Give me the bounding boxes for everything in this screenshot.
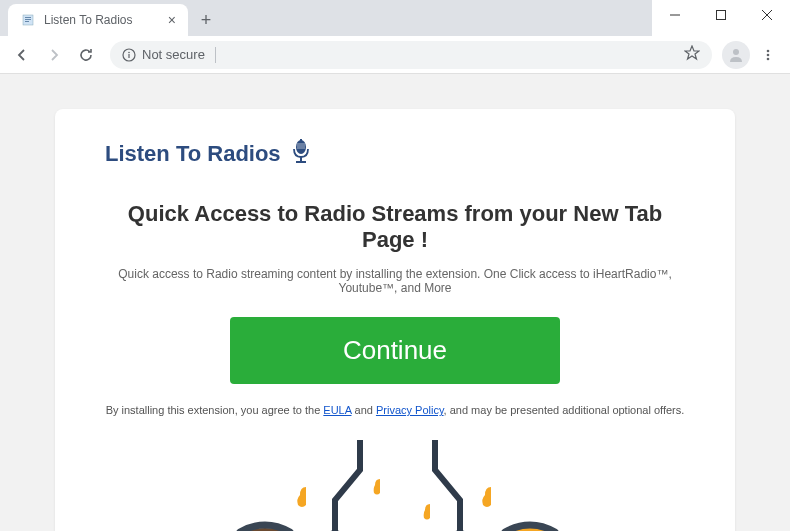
- browser-tab[interactable]: Listen To Radios ×: [8, 4, 188, 36]
- svg-rect-1: [25, 17, 31, 18]
- tab-bar: Listen To Radios × +: [0, 0, 652, 36]
- back-button[interactable]: [8, 41, 36, 69]
- illustration: [105, 440, 685, 531]
- minimize-button[interactable]: [652, 0, 698, 30]
- svg-point-13: [767, 53, 770, 56]
- logo-text: Listen To Radios: [105, 141, 281, 167]
- svg-rect-18: [296, 161, 306, 163]
- reload-button[interactable]: [72, 41, 100, 69]
- continue-button[interactable]: Continue: [230, 317, 560, 384]
- svg-rect-3: [25, 21, 29, 22]
- bookmark-star-icon[interactable]: [684, 45, 700, 64]
- site-logo: Listen To Radios: [105, 139, 685, 169]
- tab-close-icon[interactable]: ×: [168, 12, 176, 28]
- svg-rect-2: [25, 19, 31, 20]
- svg-point-14: [767, 57, 770, 60]
- eula-link[interactable]: EULA: [323, 404, 351, 416]
- close-window-button[interactable]: [744, 0, 790, 30]
- security-indicator[interactable]: Not secure: [122, 47, 205, 62]
- svg-rect-10: [128, 54, 129, 58]
- svg-rect-5: [717, 11, 726, 20]
- forward-button[interactable]: [40, 41, 68, 69]
- page-subtext: Quick access to Radio streaming content …: [105, 267, 685, 295]
- disclaimer-text: By installing this extension, you agree …: [105, 402, 685, 420]
- info-icon: [122, 48, 136, 62]
- kebab-menu-icon[interactable]: [754, 41, 782, 69]
- svg-point-11: [733, 49, 739, 55]
- svg-rect-17: [300, 157, 302, 161]
- microphone-icon: [291, 139, 311, 169]
- tab-title: Listen To Radios: [44, 13, 133, 27]
- browser-toolbar: Not secure: [0, 36, 790, 74]
- maximize-button[interactable]: [698, 0, 744, 30]
- address-divider: [215, 47, 216, 63]
- security-label: Not secure: [142, 47, 205, 62]
- new-tab-button[interactable]: +: [192, 6, 220, 34]
- privacy-policy-link[interactable]: Privacy Policy: [376, 404, 444, 416]
- profile-avatar[interactable]: [722, 41, 750, 69]
- page-headline: Quick Access to Radio Streams from your …: [105, 201, 685, 253]
- svg-point-12: [767, 49, 770, 52]
- tab-favicon: [20, 12, 36, 28]
- svg-point-9: [128, 51, 130, 53]
- address-bar[interactable]: Not secure: [110, 41, 712, 69]
- page-background: Listen To Radios Quick Access to Radio S…: [0, 74, 790, 531]
- window-controls: [652, 0, 790, 36]
- svg-rect-16: [300, 139, 302, 142]
- content-card: Listen To Radios Quick Access to Radio S…: [55, 109, 735, 531]
- svg-point-15: [296, 140, 306, 154]
